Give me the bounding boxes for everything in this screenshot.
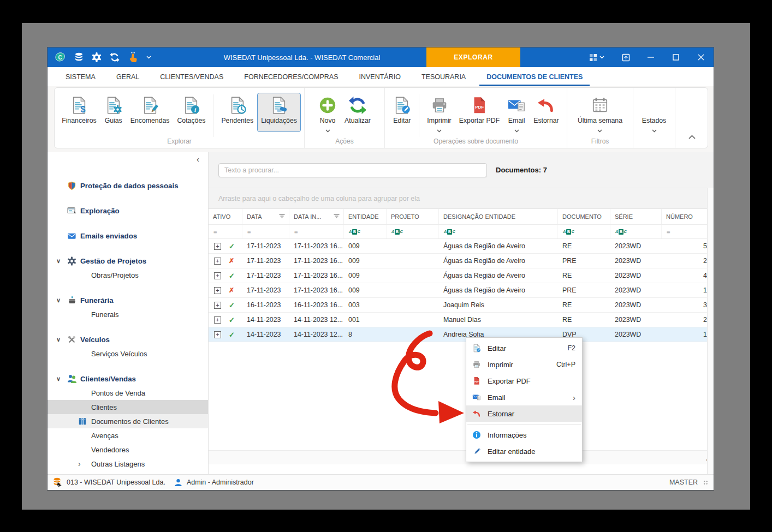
table-row[interactable]: +✓17-11-202317-11-2023 16...009Águas da … — [209, 268, 714, 283]
row-expander-icon[interactable]: + — [214, 331, 221, 338]
refresh-icon[interactable] — [110, 52, 120, 62]
sidebar-item-clientes[interactable]: Clientes — [47, 400, 208, 414]
table-row[interactable]: +✗17-11-202317-11-2023 16...009Águas da … — [209, 283, 714, 298]
table-row[interactable]: +✓16-11-202316-11-2023 16...003Joaquim R… — [209, 298, 714, 313]
filter-cell-numero[interactable]: = — [662, 225, 714, 238]
filter-cell-designacao-entidade[interactable]: ABC — [439, 225, 558, 238]
tab-documentos-de-clientes[interactable]: DOCUMENTOS DE CLIENTES — [476, 67, 593, 86]
chevron-down-icon[interactable]: ∨ — [56, 375, 67, 382]
maximize-button[interactable] — [663, 47, 688, 67]
menu-item-editar-entidade[interactable]: Editar entidade — [466, 443, 582, 459]
ribbon-encomendas-button[interactable]: Encomendas — [127, 93, 174, 132]
row-expander-icon[interactable]: + — [214, 302, 221, 309]
vertical-scrollbar[interactable] — [707, 188, 714, 474]
filter-cell-data[interactable]: = — [242, 225, 289, 238]
ribbon-exportar-pdf-button[interactable]: PDFExportar PDF — [455, 93, 503, 132]
table-row[interactable]: +✓17-11-202317-11-2023 16...009Águas da … — [209, 239, 714, 254]
sidebar-item-outras-listagens[interactable]: ›Outras Listagens — [47, 457, 208, 471]
ribbon-ultima-semana-button[interactable]: Última semana — [574, 93, 626, 132]
sidebar-item-emails-enviados[interactable]: Emails enviados — [47, 229, 208, 243]
ribbon-novo-button[interactable]: Novo — [314, 93, 341, 132]
row-expander-icon[interactable]: + — [214, 243, 221, 250]
ribbon-financeiros-button[interactable]: $Financeiros — [58, 93, 100, 132]
sidebar-item-obras-projetos[interactable]: Obras/Projetos — [47, 268, 208, 282]
menu-item-estornar[interactable]: Estornar — [466, 405, 582, 422]
chevron-down-icon[interactable]: ∨ — [56, 258, 67, 265]
column-header-projeto[interactable]: PROJETO — [387, 209, 439, 224]
ribbon-guias-button[interactable]: Guias — [100, 93, 127, 132]
filter-cell-ativo[interactable]: = — [209, 225, 242, 238]
ribbon-pendentes-button[interactable]: Pendentes — [217, 93, 257, 132]
resize-grip[interactable] — [703, 480, 708, 485]
tab-fornecedores-compras[interactable]: FORNECEDORES/COMPRAS — [234, 67, 348, 86]
sidebar-item-funeraria[interactable]: ∨Funerária — [47, 293, 208, 307]
row-expander-icon[interactable]: + — [214, 287, 221, 294]
column-header-ativo[interactable]: ATIVO — [209, 209, 242, 224]
sidebar-item-vendedores[interactable]: Vendedores — [47, 443, 208, 457]
filter-funnel-icon[interactable] — [334, 213, 340, 220]
filter-funnel-icon[interactable] — [279, 213, 285, 220]
column-header-designacao-entidade[interactable]: DESIGNAÇÃO ENTIDADE — [439, 209, 558, 224]
sidebar-item-exploracao[interactable]: Exploração — [47, 204, 208, 218]
filter-cell-data-in[interactable]: = — [289, 225, 344, 238]
filter-cell-serie[interactable]: ABC — [610, 225, 662, 238]
row-expander-icon[interactable]: + — [214, 258, 221, 265]
ribbon-cotacoes-button[interactable]: iCotações — [173, 93, 209, 132]
gear-icon[interactable] — [92, 52, 102, 62]
sidebar-item-servicos-veiculos[interactable]: Serviços Veículos — [47, 346, 208, 361]
collapse-ribbon-button[interactable] — [688, 131, 696, 141]
tab-inventario[interactable]: INVENTÁRIO — [349, 67, 411, 86]
ribbon-estornar-button[interactable]: Estornar — [530, 93, 562, 132]
menu-item-exportar-pdf[interactable]: PDFExportar PDF — [466, 373, 582, 389]
menu-item-informacoes[interactable]: Informações — [466, 427, 582, 443]
tab-tesouraria[interactable]: TESOURARIA — [411, 67, 476, 86]
row-expander-icon[interactable]: + — [214, 316, 221, 324]
tab-geral[interactable]: GERAL — [106, 67, 150, 86]
table-row[interactable]: +✓14-11-202314-11-2023 12...8Andreia Sof… — [209, 327, 714, 342]
column-header-documento[interactable]: DOCUMENTO — [558, 209, 610, 224]
filter-cell-entidade[interactable]: ABC — [344, 225, 387, 238]
menu-item-editar[interactable]: EditarF2 — [466, 340, 582, 356]
layout-grid-button[interactable] — [580, 47, 613, 67]
ribbon-atualizar-button[interactable]: Atualizar — [341, 93, 375, 132]
filter-cell-documento[interactable]: ABC — [558, 225, 610, 238]
sidebar-item-clientes-vendas[interactable]: ∨Clientes/Vendas — [47, 372, 208, 386]
app-logo-icon[interactable]: C — [54, 51, 66, 63]
sidebar-item-funerais[interactable]: Funerais — [47, 307, 208, 321]
popout-window-button[interactable] — [613, 47, 638, 67]
ribbon-editar-button[interactable]: Editar — [389, 93, 415, 132]
chevron-right-icon[interactable]: › — [78, 459, 91, 468]
ribbon-email-button[interactable]: Email — [503, 93, 530, 132]
table-row[interactable]: +✗17-11-202317-11-2023 16...009Águas da … — [209, 254, 714, 268]
tab-clientes-vendas[interactable]: CLIENTES/VENDAS — [150, 67, 234, 86]
search-input[interactable] — [218, 163, 487, 177]
chevron-down-icon[interactable]: ∨ — [56, 336, 67, 343]
menu-item-imprimir[interactable]: ImprimirCtrl+P — [466, 356, 582, 373]
sidebar-item-veiculos[interactable]: ∨Veículos — [47, 332, 208, 346]
chevron-down-icon[interactable]: ∨ — [56, 297, 67, 304]
minimize-button[interactable] — [638, 47, 663, 67]
menu-item-email[interactable]: Email› — [466, 389, 582, 405]
column-header-numero[interactable]: NÚMERO — [662, 209, 714, 224]
column-header-data[interactable]: DATA — [242, 209, 289, 224]
sidebar-item-protecao-de-dados-pessoais[interactable]: Proteção de dados pessoais — [47, 178, 208, 193]
ribbon-liquidacoes-button[interactable]: Liquidações — [257, 93, 301, 132]
column-header-entidade[interactable]: ENTIDADE — [344, 209, 387, 224]
tab-sistema[interactable]: SISTEMA — [55, 67, 106, 86]
filter-cell-projeto[interactable]: ABC — [387, 225, 439, 238]
sidebar-collapse-icon[interactable]: ‹ — [197, 154, 199, 164]
sidebar-item-pontos-de-venda[interactable]: Pontos de Venda — [47, 386, 208, 400]
sidebar-item-documentos-de-clientes[interactable]: Documentos de Clientes — [47, 414, 208, 428]
table-row[interactable]: +✓14-11-202314-11-2023 12...001Manuel Di… — [209, 313, 714, 327]
ribbon-imprimir-button[interactable]: Imprimir — [423, 93, 455, 132]
column-header-data-in[interactable]: DATA IN... — [289, 209, 344, 224]
sidebar-item-gestao-de-projetos[interactable]: ∨Gestão de Projetos — [47, 254, 208, 268]
column-header-serie[interactable]: SÉRIE — [610, 209, 662, 224]
cell-data: 17-11-2023 — [242, 239, 289, 253]
ribbon-estados-button[interactable]: Estados — [638, 93, 670, 132]
database-icon[interactable] — [74, 52, 84, 62]
sidebar-item-avencas[interactable]: Avenças — [47, 428, 208, 443]
close-button[interactable] — [688, 47, 714, 67]
mode-explorar-button[interactable]: EXPLORAR — [426, 47, 520, 67]
row-expander-icon[interactable]: + — [214, 272, 221, 279]
